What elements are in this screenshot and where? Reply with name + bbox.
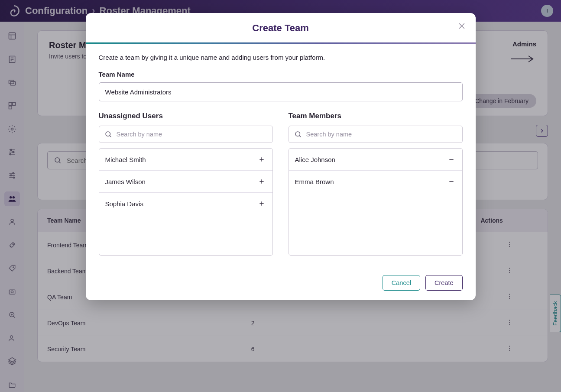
- members-list: Alice Johnson Emma Brown: [289, 148, 463, 256]
- unassigned-user-item: James Wilson: [99, 171, 272, 193]
- close-icon[interactable]: [457, 22, 466, 32]
- modal-overlay[interactable]: Create Team Create a team by giving it a…: [0, 0, 561, 392]
- unassigned-search-input[interactable]: [117, 131, 267, 138]
- remove-user-icon[interactable]: [447, 155, 456, 164]
- unassigned-search[interactable]: [99, 126, 273, 143]
- svg-point-66: [295, 132, 300, 136]
- svg-line-67: [299, 136, 301, 137]
- add-user-icon[interactable]: [257, 177, 266, 186]
- members-heading: Team Members: [289, 112, 463, 120]
- unassigned-heading: Unassigned Users: [99, 112, 273, 120]
- user-name: Emma Brown: [295, 178, 334, 185]
- remove-user-icon[interactable]: [447, 177, 456, 186]
- svg-point-58: [106, 132, 110, 136]
- svg-line-59: [110, 136, 111, 137]
- cancel-button[interactable]: Cancel: [383, 275, 420, 291]
- team-name-label: Team Name: [99, 71, 463, 78]
- user-name: Michael Smith: [105, 156, 146, 163]
- member-user-item: Emma Brown: [289, 171, 462, 192]
- create-button[interactable]: Create: [425, 275, 463, 291]
- member-user-item: Alice Johnson: [289, 149, 462, 171]
- modal-description: Create a team by giving it a unique name…: [99, 54, 463, 61]
- user-name: James Wilson: [105, 178, 146, 185]
- user-name: Sophia Davis: [105, 200, 143, 207]
- user-name: Alice Johnson: [295, 156, 335, 163]
- search-icon: [294, 130, 302, 138]
- members-search[interactable]: [289, 126, 463, 143]
- modal-title: Create Team: [99, 23, 463, 34]
- team-name-input[interactable]: [99, 82, 463, 101]
- search-icon: [104, 130, 112, 138]
- unassigned-list: Michael Smith James Wilson Sophia Davis: [99, 148, 273, 256]
- create-team-modal: Create Team Create a team by giving it a…: [86, 13, 476, 300]
- members-search-input[interactable]: [306, 131, 457, 138]
- add-user-icon[interactable]: [257, 199, 266, 208]
- unassigned-user-item: Michael Smith: [99, 149, 272, 171]
- unassigned-user-item: Sophia Davis: [99, 193, 272, 214]
- add-user-icon[interactable]: [257, 155, 266, 164]
